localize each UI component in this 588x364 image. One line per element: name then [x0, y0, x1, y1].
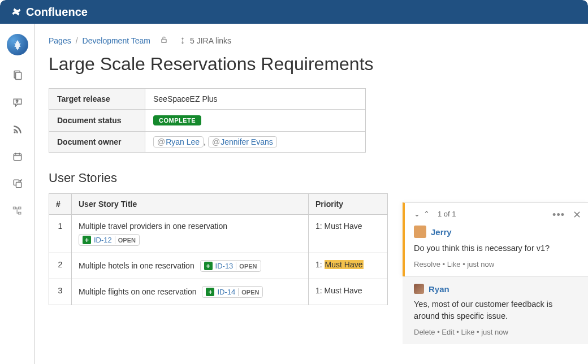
breadcrumb-pages[interactable]: Pages	[49, 36, 71, 45]
meta-target-release-value: SeeSpaceEZ Plus	[145, 89, 366, 110]
page-title: Large Scale Reservations Requirements	[49, 54, 571, 75]
table-row: 3 Multiple flights on one reservation + …	[49, 279, 388, 305]
row-priority: 1: Must Have	[309, 253, 388, 279]
inline-comments-panel: ⌄ ⌃ 1 of 1 ••• ✕ Jerry Do you think this…	[403, 202, 588, 344]
app-name: Confluence	[26, 6, 88, 19]
row-title-cell: Multiple travel providers in one reserva…	[72, 215, 309, 253]
confluence-logo-icon	[10, 6, 23, 18]
comment-actions[interactable]: Delete • Edit • Like • just now	[414, 328, 580, 336]
meta-status-label: Document status	[49, 110, 145, 132]
row-number: 3	[49, 279, 72, 305]
jira-icon	[179, 37, 187, 45]
col-priority: Priority	[309, 194, 388, 215]
page-properties-table: Target release SeeSpaceEZ Plus Document …	[49, 88, 366, 153]
meta-target-release-label: Target release	[49, 89, 145, 110]
svg-rect-11	[18, 207, 20, 209]
svg-rect-10	[13, 207, 15, 209]
questions-icon[interactable]: ?	[10, 95, 25, 110]
avatar	[414, 226, 426, 238]
comment-actions[interactable]: Resolve • Like • just now	[414, 260, 580, 268]
col-number: #	[49, 194, 72, 215]
jira-status: OPEN	[118, 237, 136, 244]
jira-id: ID-13	[215, 262, 234, 270]
calendar-icon[interactable]	[10, 149, 25, 164]
jira-issue-link[interactable]: + ID-12 OPEN	[79, 234, 140, 246]
status-badge: COMPLETE	[153, 115, 201, 125]
jira-status: OPEN	[241, 289, 259, 296]
comment-nav: ⌄ ⌃ 1 of 1	[414, 210, 456, 218]
svg-rect-13	[162, 39, 166, 42]
table-row: 1 Multiple travel providers in one reser…	[49, 215, 388, 253]
jira-id: ID-12	[94, 236, 112, 244]
app-header: Confluence	[0, 0, 588, 24]
svg-rect-1	[15, 72, 21, 80]
user-stories-table: # User Story Title Priority 1 Multiple t…	[49, 193, 388, 305]
comment-text: Yes, most of our customer feedback is ar…	[414, 298, 580, 322]
page-content: Pages / Development Team 5 JIRA links La…	[35, 24, 588, 364]
comment-close-icon[interactable]: ✕	[573, 209, 581, 221]
jira-status: OPEN	[239, 263, 257, 270]
row-number: 2	[49, 253, 72, 279]
story-title: Multiple travel providers in one reserva…	[79, 222, 227, 231]
story-title: Multiple hotels in one reservation	[79, 261, 194, 270]
jira-id: ID-14	[217, 288, 235, 296]
page-tree-icon[interactable]	[10, 203, 25, 218]
inline-comment-highlight[interactable]: Must Have	[325, 260, 364, 269]
jira-links-indicator[interactable]: 5 JIRA links	[179, 36, 231, 45]
comment-counter: 1 of 1	[438, 210, 456, 218]
comment-prev-icon[interactable]: ⌃	[423, 210, 430, 218]
breadcrumb-separator: /	[76, 36, 78, 45]
svg-point-3	[14, 131, 15, 133]
jira-plus-icon: +	[204, 262, 213, 270]
unlocked-icon[interactable]	[159, 35, 168, 46]
svg-rect-9	[16, 183, 21, 188]
row-number: 1	[49, 215, 72, 253]
comment-text: Do you think this is necessary for v1?	[414, 242, 580, 254]
user-stories-heading: User Stories	[49, 171, 571, 185]
col-title: User Story Title	[72, 194, 309, 215]
svg-text:?: ?	[16, 99, 18, 104]
user-mention[interactable]: Ryan Lee	[153, 136, 204, 148]
row-priority: 1: Must Have	[309, 215, 388, 253]
meta-owner-label: Document owner	[49, 132, 145, 153]
comment: ⌄ ⌃ 1 of 1 ••• ✕ Jerry Do you think this…	[403, 202, 588, 276]
svg-rect-4	[14, 154, 21, 161]
comment-author[interactable]: Ryan	[429, 284, 449, 294]
row-priority: 1: Must Have	[309, 279, 388, 305]
comment-more-icon[interactable]: •••	[552, 209, 565, 221]
space-avatar-icon[interactable]	[7, 34, 28, 55]
comment-reply: Ryan Yes, most of our customer feedback …	[403, 276, 588, 344]
pages-icon[interactable]	[10, 68, 25, 83]
jira-issue-link[interactable]: + ID-13 OPEN	[200, 260, 261, 272]
comment-next-icon[interactable]: ⌄	[414, 210, 420, 218]
meta-owner-value: Ryan Lee, Jennifer Evans	[145, 132, 366, 153]
jira-plus-icon: +	[206, 288, 214, 296]
comment-author[interactable]: Jerry	[431, 227, 452, 237]
table-row: 2 Multiple hotels in one reservation + I…	[49, 253, 388, 279]
jira-issue-link[interactable]: + ID-14 OPEN	[202, 286, 263, 298]
jira-links-label: 5 JIRA links	[190, 36, 231, 45]
svg-rect-12	[18, 213, 20, 214]
jira-plus-icon: +	[83, 236, 91, 244]
avatar	[414, 284, 424, 294]
story-title: Multiple flights on one reservation	[79, 287, 197, 296]
breadcrumb-space[interactable]: Development Team	[83, 36, 150, 45]
row-title-cell: Multiple hotels in one reservation + ID-…	[72, 253, 309, 279]
breadcrumb: Pages / Development Team 5 JIRA links	[49, 35, 571, 46]
shortcuts-icon[interactable]	[10, 176, 25, 191]
rss-icon[interactable]	[10, 122, 25, 137]
row-title-cell: Multiple flights on one reservation + ID…	[72, 279, 309, 305]
left-sidebar: ?	[0, 24, 35, 364]
user-mention[interactable]: Jennifer Evans	[208, 136, 277, 148]
